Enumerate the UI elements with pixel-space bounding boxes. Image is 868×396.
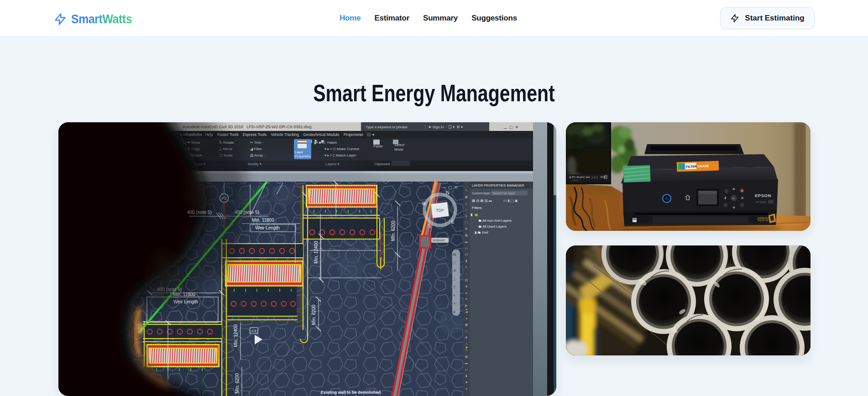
svg-text:🖿 All Used Layers: 🖿 All Used Layers: [478, 224, 507, 229]
svg-text:☊: ☊: [465, 253, 468, 256]
svg-text:GRADE: GRADE: [697, 164, 709, 168]
svg-text:▮: ▮: [465, 259, 467, 262]
svg-text:■: ■: [465, 285, 467, 288]
svg-text:▮ M71 Weather alert △ ▯ ▢: ▮ M71 Weather alert △ ▯ ▢ MUM: [570, 176, 606, 178]
svg-text:✂ Trim ·: ✂ Trim ·: [250, 141, 263, 145]
svg-text:EPSON: EPSON: [755, 193, 771, 198]
svg-text:Min. 12400: Min. 12400: [314, 241, 319, 264]
svg-text:▢: ▢: [453, 261, 456, 265]
svg-text:E: E: [451, 219, 455, 224]
svg-text:▼: ▼: [465, 297, 468, 301]
svg-text:400 (note 5): 400 (note 5): [187, 210, 212, 215]
svg-text:Min. 6200: Min. 6200: [391, 221, 396, 241]
svg-text:Mode: Mode: [394, 147, 404, 151]
svg-text:▣: ▣: [475, 213, 478, 217]
svg-text:●: ●: [465, 387, 467, 390]
svg-text:TOP: TOP: [436, 208, 444, 213]
svg-text:– ▢ ✕: – ▢ ✕: [444, 185, 458, 190]
svg-text:▸: ▸: [454, 293, 455, 297]
svg-text:▭ ▮ ▢ ▣: ▭ ▮ ▢ ▣: [503, 198, 518, 203]
svg-text:Unsaved: Unsaved: [433, 239, 444, 242]
svg-text:Min. 6200: Min. 6200: [311, 305, 316, 325]
svg-text:Current layer: Current layer: [472, 192, 491, 195]
svg-text:▾ ▸ ▿ ◇ Make Current: ▾ ▸ ▿ ◇ Make Current: [324, 147, 359, 151]
svg-text:▭: ▭: [465, 368, 468, 371]
svg-text:✚: ✚: [453, 269, 456, 273]
svg-text:▬: ▬: [465, 361, 468, 365]
svg-text:●: ●: [465, 307, 467, 311]
svg-text:↻: ↻: [465, 349, 468, 352]
svg-text:LAYER PROPERTIES MANAGER: LAYER PROPERTIES MANAGER: [472, 183, 524, 188]
svg-text:▮: ▮: [471, 213, 472, 217]
svg-text:▾: ▾: [454, 302, 455, 306]
svg-text:▮: ▮: [465, 374, 467, 377]
svg-text:▣: ▣: [465, 195, 468, 198]
svg-text:FILTER: FILTER: [686, 165, 697, 168]
svg-text:▭: ▭: [465, 246, 468, 250]
svg-text:🖿 All non-Xref Layers: 🖿 All non-Xref Layers: [478, 219, 512, 223]
svg-text:W: W: [422, 201, 426, 206]
svg-text:△: △: [453, 277, 456, 281]
svg-text:▶: ▶: [465, 304, 468, 307]
svg-text:▣: ▣: [321, 139, 324, 143]
svg-text:▮ 🖿 Xref: ▮ 🖿 Xref: [475, 230, 488, 234]
svg-text:⋮ ★ Sign In · ⓘ ▾ ⚙ ▾: ⋮ ★ Sign In · ⓘ ▾ ⚙ ▾: [424, 125, 463, 129]
svg-text:▩: ▩: [465, 234, 468, 237]
svg-text:Weir Length: Weir Length: [173, 299, 198, 304]
svg-text:✚: ✚: [465, 227, 468, 230]
svg-text:C3: C3: [251, 329, 256, 333]
svg-text:○: ○: [465, 272, 467, 275]
svg-text:◀: ◀: [465, 310, 468, 313]
svg-text:⇅: ⇅: [465, 214, 468, 218]
svg-text:■: ■: [465, 380, 467, 384]
svg-text:Filters: Filters: [472, 206, 482, 210]
svg-text:Weir Length: Weir Length: [255, 225, 280, 230]
svg-text:Type a keyword or phrase: Type a keyword or phrase: [366, 125, 408, 129]
svg-text:△: △: [465, 202, 468, 205]
svg-text:Search for layer: Search for layer: [492, 192, 515, 195]
svg-text:△: △: [465, 342, 468, 345]
svg-text:Min. 6200: Min. 6200: [235, 373, 240, 393]
svg-text:●: ●: [465, 317, 467, 320]
svg-text:XP-15000: XP-15000: [756, 201, 766, 203]
svg-text:▧: ▧: [465, 278, 468, 281]
svg-text:Min. 11800: Min. 11800: [252, 218, 274, 223]
svg-text:▣: ▣: [465, 323, 468, 326]
svg-text:Existing wall to be demolished: Existing wall to be demolished: [321, 390, 381, 395]
svg-text:■: ■: [465, 346, 467, 349]
svg-text:PHOTO HD: PHOTO HD: [758, 219, 769, 222]
svg-text:Clipboard: Clipboard: [374, 162, 390, 166]
svg-text:S: S: [428, 224, 431, 229]
svg-text:↻: ↻: [453, 285, 456, 289]
svg-text:▩ ▤ ▦ ▨ ▬: ▩ ▤ ▦ ▨ ▬: [472, 198, 492, 203]
svg-text:Paste: Paste: [373, 144, 383, 148]
svg-text:✚: ✚: [465, 336, 468, 339]
svg-text:▣: ▣: [453, 252, 456, 256]
svg-text:N: N: [446, 190, 449, 195]
svg-text:▢: ▢: [465, 221, 468, 224]
svg-text:■: ■: [454, 310, 456, 314]
svg-text:▬: ▬: [465, 240, 468, 243]
svg-text:⚑: ⚑: [314, 139, 317, 143]
svg-text:↻: ↻: [465, 266, 468, 269]
svg-text:OK: OK: [732, 197, 735, 200]
svg-text:▮▾ ■ ☐ Hatch: ▮▾ ■ ☐ Hatch: [314, 141, 337, 145]
svg-text:▢: ▢: [465, 329, 468, 333]
svg-text:⚊ ◻ ✕: ⚊ ◻ ✕: [503, 125, 518, 130]
svg-text:▩: ▩: [465, 355, 468, 358]
svg-text:✎: ✎: [465, 189, 468, 192]
svg-text:Min. 12400: Min. 12400: [233, 324, 238, 347]
svg-text:▲: ▲: [465, 291, 468, 294]
